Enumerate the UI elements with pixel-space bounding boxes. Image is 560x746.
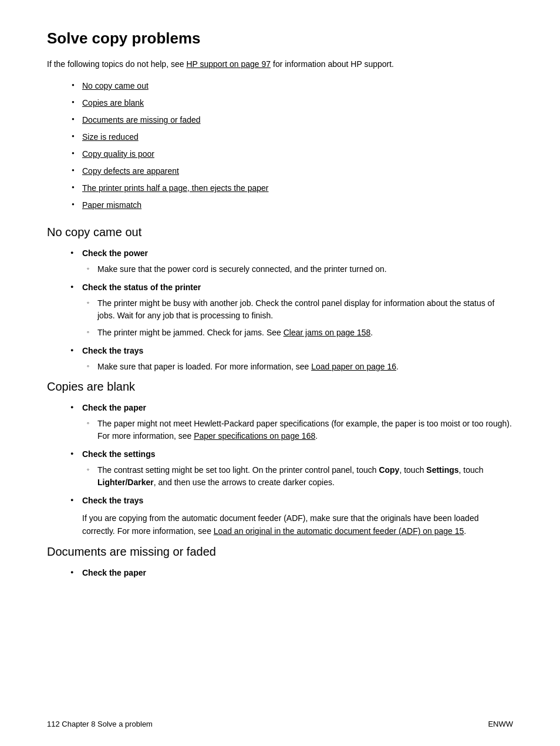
bullet-check-settings: Check the settings The contrast setting … [82,448,513,489]
bullet-check-power: Check the power Make sure that the power… [82,247,513,275]
bullet-check-trays-2: Check the trays If you are copying from … [82,495,513,538]
bullet-check-status: Check the status of the printer The prin… [82,281,513,339]
intro-paragraph: If the following topics do not help, see… [47,58,513,70]
toc-item-paper-mismatch: Paper mismatch [82,199,513,211]
section-title-docs-missing: Documents are missing or faded [47,545,513,559]
load-paper-link[interactable]: Load paper on page 16 [311,362,396,371]
toc-link-copy-defects[interactable]: Copy defects are apparent [82,166,179,176]
sub-item-jammed: The printer might be jammed. Check for j… [96,327,513,339]
page-footer: 112 Chapter 8 Solve a problem ENWW [47,720,513,728]
toc-item-copy-defects: Copy defects are apparent [82,165,513,177]
section-title-copies-blank: Copies are blank [47,380,513,394]
toc-item-copy-quality: Copy quality is poor [82,148,513,160]
check-paper-label-2: Check the paper [82,568,146,577]
toc-link-docs-missing[interactable]: Documents are missing or faded [82,115,201,125]
check-paper-label-1: Check the paper [82,403,146,412]
check-trays-label-1: Check the trays [82,346,143,355]
toc-item-copies-blank: Copies are blank [82,97,513,109]
toc-item-half-page: The printer prints half a page, then eje… [82,182,513,194]
no-copy-list: Check the power Make sure that the power… [82,247,513,373]
load-adf-link[interactable]: Load an original in the automatic docume… [214,526,464,536]
page-container: Solve copy problems If the following top… [0,0,560,621]
sub-item-contrast: The contrast setting might be set too li… [96,464,513,489]
toc-link-copy-quality[interactable]: Copy quality is poor [82,149,154,159]
toc-item-no-copy: No copy came out [82,80,513,92]
toc-link-no-copy[interactable]: No copy came out [82,81,149,90]
check-power-label: Check the power [82,248,148,258]
page-title: Solve copy problems [47,29,513,48]
toc-item-docs-missing: Documents are missing or faded [82,114,513,126]
check-status-label: Check the status of the printer [82,283,201,292]
bullet-check-paper-2: Check the paper [82,567,513,579]
toc-link-paper-mismatch[interactable]: Paper mismatch [82,200,141,210]
footer-right: ENWW [488,720,513,728]
sub-item-paper-loaded: Make sure that paper is loaded. For more… [96,361,513,373]
bullet-check-paper-1: Check the paper The paper might not meet… [82,402,513,442]
clear-jams-link[interactable]: Clear jams on page 158 [284,328,371,337]
docs-missing-list: Check the paper [82,567,513,579]
check-settings-label: Check the settings [82,449,155,459]
intro-text-prefix: If the following topics do not help, see [47,59,186,69]
check-trays-label-2: Check the trays [82,496,143,505]
paper-specs-link[interactable]: Paper specifications on page 168 [194,431,315,441]
intro-text-suffix: for information about HP support. [271,59,394,69]
section-title-no-copy: No copy came out [47,226,513,239]
sub-item-paper-specs: The paper might not meet Hewlett-Packard… [96,418,513,442]
toc-link-copies-blank[interactable]: Copies are blank [82,98,144,107]
check-status-sub: The printer might be busy with another j… [96,297,513,339]
sub-item-busy: The printer might be busy with another j… [96,297,513,322]
check-power-sub: Make sure that the power cord is securel… [96,263,513,275]
check-paper-sub-1: The paper might not meet Hewlett-Packard… [96,418,513,442]
toc-list: No copy came out Copies are blank Docume… [82,80,513,211]
copies-blank-list: Check the paper The paper might not meet… [82,402,513,538]
check-trays-sub-1: Make sure that paper is loaded. For more… [96,361,513,373]
check-trays-paragraph: If you are copying from the automatic do… [82,512,513,538]
hp-support-link[interactable]: HP support on page 97 [186,59,271,69]
toc-item-size-reduced: Size is reduced [82,131,513,143]
sub-item-power-cord: Make sure that the power cord is securel… [96,263,513,275]
check-settings-sub: The contrast setting might be set too li… [96,464,513,489]
footer-left: 112 Chapter 8 Solve a problem [47,720,153,728]
toc-link-size-reduced[interactable]: Size is reduced [82,132,139,142]
toc-link-half-page[interactable]: The printer prints half a page, then eje… [82,183,269,193]
bullet-check-trays-1: Check the trays Make sure that paper is … [82,345,513,373]
